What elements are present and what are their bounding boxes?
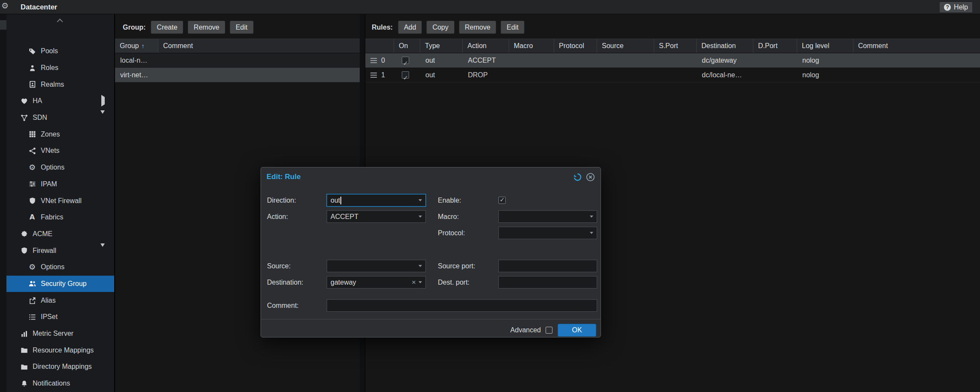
protocol-column-header[interactable]: Protocol [554, 39, 597, 53]
enable-label: Enable: [438, 194, 461, 207]
collapse-down-icon[interactable] [100, 114, 105, 122]
group-create-button[interactable]: Create [151, 21, 183, 34]
rule-remove-button[interactable]: Remove [459, 21, 497, 34]
sidebar-item-vnet-firewall[interactable]: VNet Firewall [6, 192, 114, 209]
sidebar-item-label: ACME [33, 230, 52, 238]
source-combobox[interactable] [327, 260, 426, 272]
rule-copy-button[interactable]: Copy [426, 21, 454, 34]
close-icon[interactable] [586, 173, 595, 182]
enable-checkbox[interactable] [498, 197, 506, 204]
destination-column-header[interactable]: Destination [697, 39, 753, 53]
protocol-combobox[interactable] [498, 227, 597, 239]
comment-column-header[interactable]: Comment [158, 39, 360, 53]
users-icon [27, 280, 37, 288]
sidebar-item-directory-mappings[interactable]: Directory Mappings [6, 359, 114, 375]
dport-column-header[interactable]: D.Port [753, 39, 797, 53]
config-sidebar: Pools Roles Realms HA SDN [6, 14, 115, 392]
tags-icon [27, 47, 37, 55]
sidebar-item-label: SDN [33, 114, 47, 122]
group-edit-button[interactable]: Edit [230, 21, 254, 34]
on-column-header[interactable]: On [394, 39, 420, 53]
rule-source [597, 53, 654, 67]
rule-source [597, 68, 654, 82]
group-column-header[interactable]: Group↑ [115, 39, 158, 53]
dest-port-input[interactable] [498, 276, 597, 289]
sidebar-scroll-up-button[interactable] [6, 17, 114, 25]
sidebar-item-firewall-options[interactable]: ⚙ Options [6, 259, 114, 276]
sidebar-item-firewall[interactable]: Firewall [6, 242, 114, 259]
network-icon [27, 147, 37, 155]
ok-button[interactable]: OK [558, 324, 596, 337]
sliders-icon [27, 180, 37, 188]
sidebar-item-metric-server[interactable]: Metric Server [6, 325, 114, 342]
sidebar-item-acme[interactable]: ACME [6, 226, 114, 243]
sidebar-item-ipam[interactable]: IPAM [6, 176, 114, 193]
sdn-icon [19, 114, 29, 122]
rule-row-0[interactable]: 0 out ACCEPT dc/gateway nolog [365, 53, 980, 68]
loglevel-column-header[interactable]: Log level [797, 39, 853, 53]
help-button[interactable]: ? Help [939, 2, 973, 13]
type-column-header[interactable]: Type [420, 39, 463, 53]
sidebar-item-ha[interactable]: HA [6, 93, 114, 109]
rule-add-button[interactable]: Add [398, 21, 422, 34]
sidebar-item-security-group[interactable]: Security Group [6, 276, 114, 292]
source-port-input[interactable] [498, 260, 597, 272]
collapse-down-icon[interactable] [100, 247, 105, 255]
sidebar-item-zones[interactable]: Zones [6, 126, 114, 143]
bar-chart-icon [19, 330, 29, 337]
drag-handle-icon[interactable] [370, 73, 377, 78]
action-combobox[interactable]: ACCEPT [327, 210, 426, 223]
rule-action: DROP [463, 68, 509, 82]
rule-edit-button[interactable]: Edit [501, 21, 525, 34]
sidebar-item-sdn-options[interactable]: ⚙ Options [6, 159, 114, 176]
sidebar-item-realms[interactable]: Realms [6, 76, 114, 93]
gear-icon: ⚙ [27, 263, 37, 271]
rule-loglevel: nolog [797, 53, 853, 67]
macro-combobox[interactable] [498, 210, 597, 223]
group-name-cell: virt-net… [115, 68, 158, 82]
folder-icon [19, 346, 29, 354]
rule-loglevel: nolog [797, 68, 853, 82]
source-column-header[interactable]: Source [597, 39, 654, 53]
sidebar-item-roles[interactable]: Roles [6, 60, 114, 76]
rule-destination: dc/local-ne… [697, 68, 753, 82]
list-icon [27, 313, 37, 321]
app-gear-icon: ⚙ [1, 2, 9, 10]
dialog-titlebar[interactable]: Edit: Rule [261, 167, 601, 186]
rule-on-checkbox[interactable] [402, 57, 409, 64]
sidebar-item-vnets[interactable]: VNets [6, 143, 114, 159]
group-remove-button[interactable]: Remove [188, 21, 225, 34]
external-link-icon [27, 297, 37, 304]
sidebar-item-notifications[interactable]: Notifications [6, 375, 114, 392]
user-icon [27, 64, 37, 72]
macro-column-header[interactable]: Macro [509, 39, 554, 53]
destination-label: Destination: [267, 276, 303, 289]
advanced-checkbox[interactable] [546, 327, 552, 334]
destination-combobox[interactable]: gateway × [327, 276, 426, 289]
sport-column-header[interactable]: S.Port [654, 39, 697, 53]
sidebar-item-pools[interactable]: Pools [6, 43, 114, 60]
sidebar-item-alias[interactable]: Alias [6, 292, 114, 309]
sidebar-item-fabrics[interactable]: A Fabrics [6, 209, 114, 226]
group-row-local-net[interactable]: local-n… [115, 53, 360, 68]
sidebar-item-label: Firewall [33, 247, 56, 255]
direction-combobox[interactable]: out [327, 194, 426, 207]
drag-handle-icon[interactable] [370, 58, 377, 63]
chevron-down-icon [590, 232, 593, 234]
gear-icon: ⚙ [27, 164, 37, 171]
rule-row-1[interactable]: 1 out DROP dc/local-ne… nolog [365, 68, 980, 82]
rule-pos: 1 [381, 68, 385, 82]
comment-column-header[interactable]: Comment [853, 39, 980, 53]
rule-on-checkbox[interactable] [402, 71, 409, 79]
rule-dport [753, 53, 797, 67]
expand-right-icon[interactable] [101, 97, 105, 105]
sidebar-item-resource-mappings[interactable]: Resource Mappings [6, 342, 114, 359]
sidebar-item-sdn[interactable]: SDN [6, 109, 114, 126]
group-row-virt-net[interactable]: virt-net… [115, 68, 360, 82]
action-column-header[interactable]: Action [463, 39, 509, 53]
rules-toolbar: Rules: Add Copy Remove Edit [365, 21, 980, 34]
reset-icon[interactable] [573, 173, 582, 182]
sidebar-item-ipset[interactable]: IPSet [6, 309, 114, 325]
comment-input[interactable] [327, 299, 597, 312]
clear-value-icon[interactable]: × [409, 279, 419, 286]
